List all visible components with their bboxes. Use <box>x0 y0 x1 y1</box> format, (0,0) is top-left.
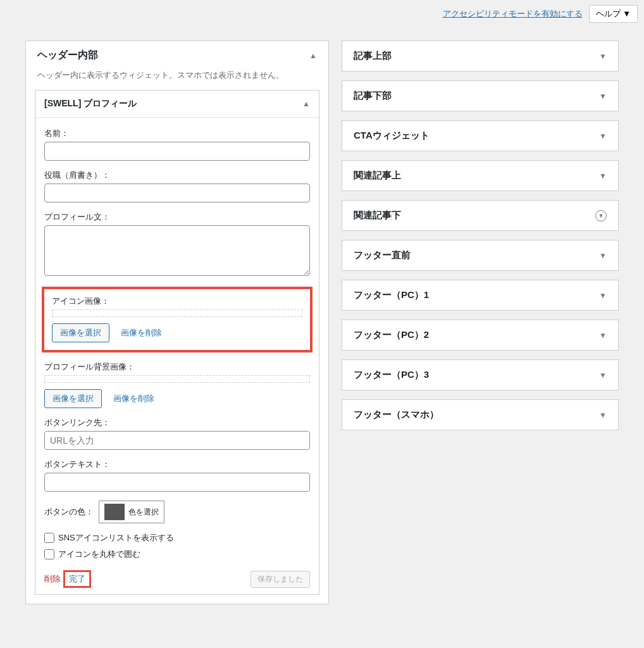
position-label: 役職（肩書き）： <box>44 170 310 181</box>
bg-image-dropzone[interactable] <box>44 375 310 383</box>
caret-down-icon <box>599 291 607 300</box>
profile-text-field-group: プロフィール文： <box>44 211 310 278</box>
widget-area-header[interactable]: CTAウィジェット <box>342 121 618 151</box>
color-picker-button[interactable]: 色を選択 <box>99 501 164 523</box>
button-link-input[interactable] <box>44 431 310 450</box>
button-text-label: ボタンテキスト： <box>44 459 310 470</box>
widget-area-item: 関連記事上 <box>342 160 619 191</box>
done-highlight-box: 完了 <box>63 570 91 588</box>
icon-image-highlight: アイコン画像： 画像を選択 画像を削除 <box>42 287 313 352</box>
select-bg-image-button[interactable]: 画像を選択 <box>44 389 102 408</box>
sns-checkbox[interactable] <box>44 533 54 543</box>
widget-area-header[interactable]: 記事上部 <box>342 41 618 71</box>
round-icon-checkbox-label: アイコンを丸枠で囲む <box>58 549 140 560</box>
widget-area-title: フッター（PC）3 <box>354 369 429 381</box>
icon-image-label: アイコン画像： <box>52 296 302 307</box>
button-text-input[interactable] <box>44 473 310 492</box>
saved-button: 保存しました <box>251 571 310 588</box>
button-color-field-group: ボタンの色： 色を選択 <box>44 501 310 523</box>
widget-area-item: フッター（PC）1 <box>342 280 619 311</box>
caret-down-icon <box>599 132 607 140</box>
panel-title: ヘッダー内部 <box>37 49 98 62</box>
widget-area-item: フッター（PC）2 <box>342 320 619 351</box>
caret-down-icon <box>599 52 607 61</box>
color-swatch-icon <box>104 504 125 520</box>
profile-text-label: プロフィール文： <box>44 211 310 223</box>
widget-area-title: フッター（PC）1 <box>354 289 429 301</box>
widget-area-title: フッター（PC）2 <box>354 329 429 341</box>
widget-header[interactable]: [SWELL] プロフィール <box>35 90 319 118</box>
delete-bg-image-link[interactable]: 画像を削除 <box>113 394 154 403</box>
caret-down-icon <box>599 251 607 260</box>
widget-area-title: フッター（スマホ） <box>354 409 439 421</box>
widget-area-item: CTAウィジェット <box>342 120 619 151</box>
widget-title: [SWELL] プロフィール <box>44 98 137 109</box>
widget-area-header[interactable]: 関連記事上 <box>342 161 618 190</box>
bg-image-label: プロフィール背景画像： <box>44 361 310 373</box>
widget-area-header[interactable]: フッター（PC）2 <box>342 320 618 350</box>
caret-down-icon <box>599 171 607 180</box>
caret-down-icon <box>599 331 607 340</box>
widget-area-header[interactable]: フッター（PC）1 <box>342 280 618 310</box>
widget-area-item: 関連記事下▼ <box>342 200 619 231</box>
panel-header[interactable]: ヘッダー内部 <box>26 41 328 70</box>
widget-footer: 削除 完了 保存しました <box>44 565 310 588</box>
delete-widget-link[interactable]: 削除 <box>44 574 61 583</box>
button-color-label: ボタンの色： <box>44 506 94 518</box>
position-field-group: 役職（肩書き）： <box>44 170 310 202</box>
swell-profile-widget: [SWELL] プロフィール 名前： 役職（肩書き）： プロフィール文： <box>35 90 319 595</box>
widget-area-item: フッター（PC）3 <box>342 359 619 390</box>
widget-area-header[interactable]: 関連記事下▼ <box>342 201 618 230</box>
widget-area-title: 記事上部 <box>354 50 392 62</box>
bg-image-field-group: プロフィール背景画像： 画像を選択 画像を削除 <box>44 361 310 408</box>
done-link[interactable]: 完了 <box>69 574 85 583</box>
widget-area-title: フッター直前 <box>354 249 411 261</box>
delete-image-link[interactable]: 画像を削除 <box>121 328 162 337</box>
sns-checkbox-label: SNSアイコンリストを表示する <box>58 532 174 544</box>
accessibility-mode-link[interactable]: アクセシビリティモードを有効にする <box>443 8 583 20</box>
widget-area-title: CTAウィジェット <box>354 130 430 142</box>
button-link-field-group: ボタンリンク先： <box>44 417 310 450</box>
right-column: 記事上部記事下部CTAウィジェット関連記事上関連記事下▼フッター直前フッター（P… <box>342 40 619 439</box>
widget-area-item: フッター直前 <box>342 240 619 271</box>
collapse-up-icon <box>309 51 317 60</box>
button-text-field-group: ボタンテキスト： <box>44 459 310 492</box>
position-input[interactable] <box>44 184 310 202</box>
collapse-up-icon <box>302 99 310 108</box>
widget-area-title: 関連記事下 <box>354 209 401 221</box>
caret-down-icon <box>599 371 607 380</box>
button-link-label: ボタンリンク先： <box>44 417 310 428</box>
round-icon-checkbox[interactable] <box>44 549 54 559</box>
widget-area-header[interactable]: フッター（PC）3 <box>342 360 618 390</box>
name-field-group: 名前： <box>44 128 310 161</box>
widget-area-header[interactable]: フッター（スマホ） <box>342 400 618 430</box>
top-bar: アクセシビリティモードを有効にする ヘルプ ▼ <box>0 0 644 28</box>
profile-text-input[interactable] <box>44 225 310 276</box>
widget-area-item: 記事上部 <box>342 40 619 72</box>
sns-checkbox-row: SNSアイコンリストを表示する <box>44 532 310 544</box>
panel-description: ヘッダー内に表示するウィジェット。スマホでは表示されません。 <box>26 70 328 90</box>
left-column: ヘッダー内部 ヘッダー内に表示するウィジェット。スマホでは表示されません。 [S… <box>25 40 329 611</box>
caret-down-icon <box>599 411 607 420</box>
select-image-button[interactable]: 画像を選択 <box>52 323 109 342</box>
icon-image-dropzone[interactable] <box>52 309 302 317</box>
widget-body: 名前： 役職（肩書き）： プロフィール文： アイコン画像： 画 <box>35 118 319 594</box>
main-wrap: ヘッダー内部 ヘッダー内に表示するウィジェット。スマホでは表示されません。 [S… <box>0 28 644 623</box>
widget-area-item: 記事下部 <box>342 80 619 111</box>
caret-down-icon <box>599 92 607 101</box>
widget-area-item: フッター（スマホ） <box>342 399 619 430</box>
widget-area-header[interactable]: 記事下部 <box>342 81 618 111</box>
name-label: 名前： <box>44 128 310 139</box>
name-input[interactable] <box>44 142 310 161</box>
caret-circle-icon: ▼ <box>595 210 607 221</box>
header-inner-panel: ヘッダー内部 ヘッダー内に表示するウィジェット。スマホでは表示されません。 [S… <box>25 40 329 604</box>
widget-area-header[interactable]: フッター直前 <box>342 240 618 270</box>
select-color-label: 色を選択 <box>128 507 159 518</box>
round-icon-checkbox-row: アイコンを丸枠で囲む <box>44 549 310 560</box>
widget-area-title: 記事下部 <box>354 90 392 102</box>
help-button[interactable]: ヘルプ ▼ <box>589 5 638 23</box>
widget-area-title: 関連記事上 <box>354 170 401 182</box>
